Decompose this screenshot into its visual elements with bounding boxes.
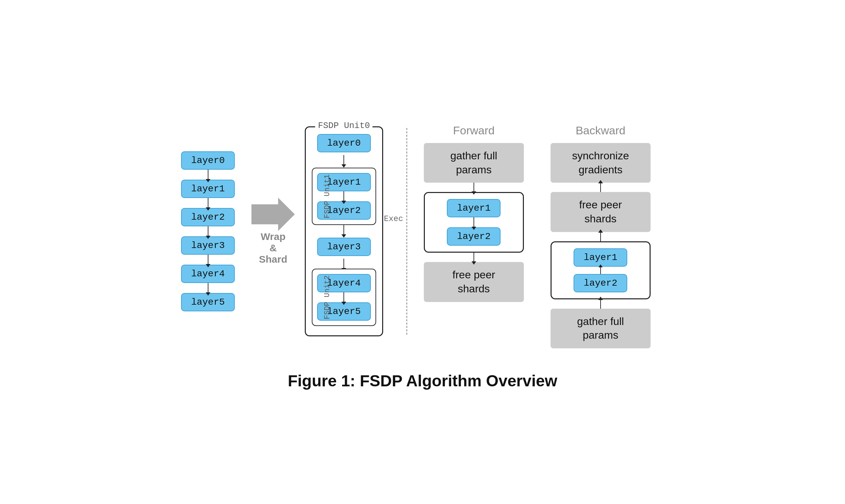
unit0-layer0-wrap: layer0 [317,134,371,152]
fsdp-unit1-box: FSDP Unit1 layer1 layer2 [312,168,376,225]
plain-layer-4: layer4 [181,265,235,283]
plain-layer-1: layer1 [181,180,235,198]
unit1-arrow-1-2 [344,191,344,201]
forward-column: Forward gather fullparams layer1 layer2 … [417,114,530,302]
gather-full-params-box: gather fullparams [424,143,524,183]
arrow-1-2 [208,198,208,208]
forward-label: Forward [453,124,494,137]
bwd-arrow-up-3 [600,299,601,309]
unit0-layer3-wrap: layer3 [317,238,371,256]
bwd-layer2: layer2 [574,274,627,292]
unit2-arrow-4-5 [344,292,344,302]
figure-caption: Figure 1: FSDP Algorithm Overview [288,372,557,390]
plain-layer-0: layer0 [181,151,235,170]
synchronize-gradients-box: synchronizegradients [550,143,651,183]
fwd-layer2: layer2 [447,227,500,246]
main-diagram: layer0 layer1 layer2 layer3 layer4 layer… [181,114,664,348]
fwd-layer1: layer1 [447,199,500,217]
unit0-layer0: layer0 [317,134,371,152]
exec-label: Exec [384,214,403,223]
bwd-layer1: layer1 [574,248,627,267]
fwd-arrow-1 [474,183,474,192]
backward-column: Backward synchronizegradients free peers… [544,114,657,348]
gather-full-params-bwd-box: gather fullparams [550,309,651,348]
fwd-sub-arrow [474,217,474,227]
wrap-shard-label: Wrap&Shard [259,231,287,265]
bwd-arrow-up-2 [600,232,601,241]
arrow-3-4 [208,255,208,265]
fsdp-unit2-box: FSDP Unit2 layer4 layer5 [312,269,376,326]
arrow-0-1 [208,170,208,180]
unit0-arrow-layer3-unit2 [344,259,344,269]
unit0-arrow-0-unit1 [344,155,344,165]
bwd-sub-diagram: layer1 layer2 [550,241,651,299]
fsdp-unit0-box: FSDP Unit0 layer0 FSDP Unit1 layer1 laye… [305,126,383,336]
backward-label: Backward [576,124,625,137]
exec-indicator: Exec [384,214,403,223]
free-peer-shards-box-bwd: free peershards [550,192,651,232]
fsdp-unit1-label: FSDP Unit1 [323,174,332,218]
free-peer-shards-box-fwd: free peershards [424,262,524,302]
dashed-separator [406,128,407,335]
unit0-layer3: layer3 [317,238,371,256]
arrow-2-3 [208,226,208,236]
fsdp-unit2-label: FSDP Unit2 [323,275,332,319]
bwd-arrow-up-1 [600,183,601,192]
fwd-arrow-2 [474,253,474,262]
unit0-arrow-unit1-layer3 [344,225,344,235]
fwd-sub-diagram: layer1 layer2 [424,192,524,253]
svg-marker-0 [251,198,295,231]
arrow-4-5 [208,283,208,293]
wrap-shard-arrow: Wrap&Shard [251,198,295,265]
bwd-sub-arrow [600,267,601,274]
plain-layers-column: layer0 layer1 layer2 layer3 layer4 layer… [181,151,235,311]
plain-layer-2: layer2 [181,208,235,226]
plain-layer-5: layer5 [181,293,235,311]
plain-layer-3: layer3 [181,236,235,255]
fsdp-unit0-label: FSDP Unit0 [315,121,372,131]
